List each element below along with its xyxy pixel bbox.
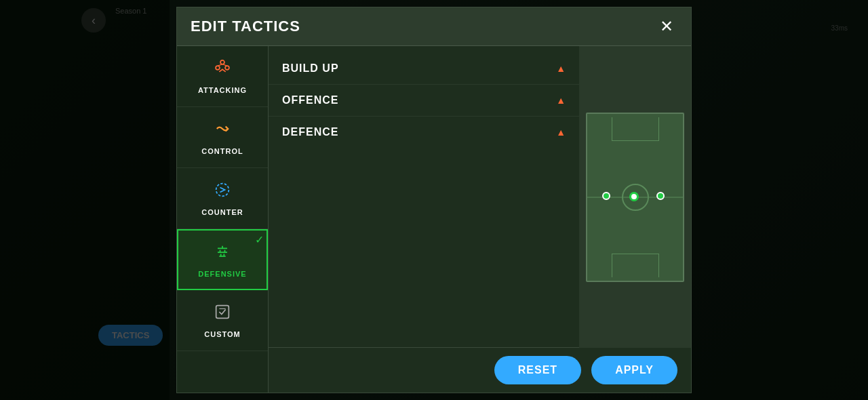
svg-line-3	[218, 64, 222, 66]
tactic-item-control[interactable]: CONTROL	[177, 107, 268, 168]
defensive-icon	[213, 242, 232, 266]
options-list: BUILD UP ▲ OFFENCE ▲ DEFENCE ▲	[269, 46, 579, 348]
tactics-sidebar: ATTACKING CONTROL	[177, 46, 269, 393]
defence-label: DEFENCE	[282, 126, 338, 138]
offence-label: OFFENCE	[282, 94, 338, 106]
option-defence[interactable]: DEFENCE ▲	[269, 117, 579, 148]
edit-tactics-modal: EDIT TACTICS ✕	[176, 7, 692, 393]
custom-icon	[213, 302, 232, 326]
svg-point-2	[225, 66, 229, 70]
active-checkmark: ✓	[255, 233, 264, 246]
content-panel: BUILD UP ▲ OFFENCE ▲ DEFENCE ▲	[269, 46, 691, 393]
action-buttons: RESET APPLY	[269, 348, 691, 393]
player-dot-2	[629, 192, 639, 201]
attacking-label: ATTACKING	[198, 86, 247, 94]
football-field	[586, 113, 684, 282]
build-up-label: BUILD UP	[282, 62, 339, 75]
svg-line-4	[222, 64, 227, 66]
tactic-item-counter[interactable]: COUNTER	[177, 168, 268, 229]
counter-icon	[213, 180, 232, 204]
counter-label: COUNTER	[201, 208, 243, 216]
apply-button[interactable]: APPLY	[591, 356, 677, 384]
field-panel	[579, 46, 691, 348]
tactic-item-custom[interactable]: CUSTOM	[177, 290, 268, 351]
tactic-item-attacking[interactable]: ATTACKING	[177, 46, 268, 107]
modal-body: ATTACKING CONTROL	[177, 46, 691, 393]
modal-backdrop: EDIT TACTICS ✕	[0, 0, 868, 400]
modal-title: EDIT TACTICS	[191, 18, 300, 35]
player-dot-1	[602, 192, 610, 200]
svg-point-0	[220, 60, 224, 64]
custom-label: CUSTOM	[204, 330, 240, 338]
player-dot-3	[656, 192, 665, 200]
svg-rect-14	[216, 306, 229, 319]
option-build-up[interactable]: BUILD UP ▲	[269, 53, 579, 85]
offence-arrow: ▲	[556, 95, 566, 106]
option-offence[interactable]: OFFENCE ▲	[269, 85, 579, 117]
defence-arrow: ▲	[556, 127, 566, 138]
attacking-icon	[213, 58, 232, 82]
reset-button[interactable]: RESET	[494, 356, 581, 384]
content-inner: BUILD UP ▲ OFFENCE ▲ DEFENCE ▲	[269, 46, 691, 348]
defensive-label: DEFENSIVE	[198, 270, 246, 278]
control-icon	[213, 119, 232, 143]
tactic-item-defensive[interactable]: ✓ DEFENSIVE	[177, 229, 268, 290]
field-bottom-box	[612, 254, 659, 277]
field-top-box	[612, 117, 659, 141]
close-button[interactable]: ✕	[656, 16, 677, 37]
modal-header: EDIT TACTICS ✕	[177, 7, 691, 46]
svg-point-5	[216, 184, 229, 197]
control-label: CONTROL	[201, 147, 243, 155]
svg-point-1	[216, 66, 220, 70]
build-up-arrow: ▲	[556, 63, 566, 74]
